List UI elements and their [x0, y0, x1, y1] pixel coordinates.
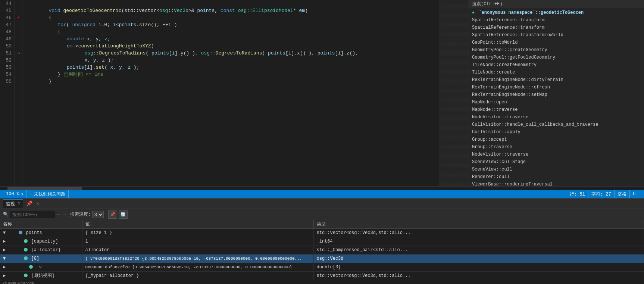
table-row-capacity[interactable]: ▶ [capacity] 1 _int64	[0, 237, 644, 246]
call-stack-item-20[interactable]: SceneView::cullStage	[469, 157, 644, 165]
line-num-47: 47	[1, 21, 12, 28]
lf-info: LF	[630, 190, 641, 198]
call-stack-item-21[interactable]: SceneView::cull	[469, 165, 644, 172]
call-stack-item-5[interactable]: GeometryPool::createGeometry	[469, 46, 644, 53]
monitor-pin-icon[interactable]: 📌	[26, 200, 32, 207]
monitor-tab-label: 监视 1	[6, 202, 20, 207]
space-info: 空格	[615, 190, 630, 198]
row-allocator-value: allocator	[82, 246, 313, 254]
gutter-48	[15, 28, 22, 35]
monitor-close-icon[interactable]: ✕	[36, 201, 39, 206]
next-result-icon[interactable]: →	[63, 212, 66, 218]
callstack-label-5: GeometryPool::createGeometry	[472, 47, 547, 53]
call-stack-item-0[interactable]: ● `anonymous namespace`::geodeticToGeoce…	[469, 8, 644, 16]
callstack-label-10: RexTerrainEngineNode::refresh	[472, 85, 550, 90]
scrollbar-thumb[interactable]	[7, 187, 82, 190]
call-stack-item-4[interactable]: GeoPoint::toWorld	[469, 38, 644, 46]
expand-icon-v[interactable]: ▶	[3, 263, 8, 271]
call-stack-item-14[interactable]: NodeVisitor::traverse	[469, 113, 644, 120]
callstack-label-12: MapNode::open	[472, 100, 507, 105]
call-stack-item-18[interactable]: Group::traverse	[469, 143, 644, 150]
col-header-name: 名称	[0, 220, 82, 228]
call-stack-item-15[interactable]: CullVisitor::handle_cull_callbacks_and_t…	[469, 120, 644, 128]
right-panel-title: 搜索(Ctrl+E)	[472, 1, 503, 7]
label-v: _v	[37, 265, 42, 270]
add-watch-label[interactable]: 添加要监视的项	[0, 280, 644, 284]
table-row-v[interactable]: ▶ _v 0x000001d8f3822f20 {3.9054825307866…	[0, 263, 644, 271]
label-0: [0]	[31, 256, 40, 261]
call-stack-item-13[interactable]: MapNode::traverse	[469, 105, 644, 113]
monitor-search-input[interactable]	[10, 211, 55, 218]
expand-icon-raw[interactable]: ▶	[3, 272, 8, 280]
callstack-label-23: ViewerBase::renderingTraversal	[472, 182, 553, 186]
prev-result-icon[interactable]: ←	[57, 212, 60, 218]
call-stack-list[interactable]: ● `anonymous namespace`::geodeticToGeoce…	[469, 8, 644, 186]
call-stack-item-2[interactable]: SpatialReference::transform	[469, 23, 644, 31]
monitor-header: 监视 1 📌 ✕	[0, 199, 644, 209]
search-icon: 🔍	[3, 212, 9, 217]
callstack-label-13: MapNode::traverse	[472, 107, 518, 112]
add-watch-text: 添加要监视的项	[3, 282, 34, 284]
gutter-46-bp[interactable]: ●	[15, 14, 22, 21]
icon-0	[24, 256, 28, 260]
label-capacity: [capacity]	[31, 239, 58, 244]
expand-icon-points[interactable]: ▼	[3, 229, 8, 237]
code-editor[interactable]: void geodeticToGeocentric(std::vector<os…	[22, 0, 439, 186]
callstack-label-2: SpatialReference::transform	[472, 25, 544, 30]
refresh-icon: 🔄	[121, 212, 126, 217]
call-stack-item-9[interactable]: RexTerrainEngineNode::dirtyTerrain	[469, 75, 644, 83]
call-stack-item-7[interactable]: TileNode::createGeometry	[469, 60, 644, 68]
check-icon: ✓	[30, 191, 32, 197]
callstack-label-22: Renderer::cull	[472, 174, 510, 180]
expand-icon-0[interactable]: ▼	[3, 255, 8, 262]
call-stack-item-22[interactable]: Renderer::cull	[469, 172, 644, 180]
call-stack-item-23[interactable]: ViewerBase::renderingTraversal	[469, 180, 644, 186]
search-depth-select[interactable]: 3 1 2 4 5	[92, 211, 104, 218]
row-points-value: { size=1 }	[82, 228, 313, 237]
horizontal-scrollbar[interactable]	[0, 186, 644, 190]
col-header-value: 值	[82, 220, 313, 228]
call-stack-item-8[interactable]: TileNode::create	[469, 68, 644, 75]
row-points-name: ▼ points	[0, 228, 82, 237]
row-raw-value: {_Mypair=allocator }	[82, 271, 313, 280]
icon-capacity	[24, 239, 28, 243]
table-row-raw[interactable]: ▶ [原始视图] {_Mypair=allocator } std::vecto…	[0, 271, 644, 280]
expand-icon-capacity[interactable]: ▶	[3, 238, 8, 245]
line-num-52: 52	[1, 57, 12, 64]
gutter-50	[15, 43, 22, 50]
code-line-44: void geodeticToGeocentric(std::vector<os…	[25, 0, 439, 7]
call-stack-item-3[interactable]: SpatialReference::transformToWorld	[469, 31, 644, 38]
table-row-allocator[interactable]: ▶ [allocator] allocator std::_Compressed…	[0, 246, 644, 254]
call-stack-item-1[interactable]: SpatialReference::transform	[469, 16, 644, 23]
table-row-add-watch[interactable]: 添加要监视的项	[0, 280, 644, 284]
gutter-53	[15, 64, 22, 71]
no-problems-text: 未找到相关问题	[34, 191, 65, 197]
table-row-0[interactable]: ▼ [0] {_v=0x000001d8f3822f20 {3.90548253…	[0, 254, 644, 263]
call-stack-item-17[interactable]: Group::accept	[469, 135, 644, 143]
call-stack-item-19[interactable]: NodeVisitor::traverse	[469, 150, 644, 157]
minimap	[439, 0, 469, 186]
gutter-52	[15, 57, 22, 64]
callstack-label-0: `anonymous namespace`::geodeticToGeocen	[479, 10, 584, 15]
call-stack-item-12[interactable]: MapNode::open	[469, 98, 644, 105]
col-value: 字符: 27	[591, 191, 611, 197]
call-stack-item-16[interactable]: CullVisitor::apply	[469, 128, 644, 135]
toolbar-btn-1[interactable]: 📌	[108, 210, 117, 219]
monitor-table: 名称 值 类型 ▼ points { size=1 }	[0, 220, 644, 284]
callstack-label-14: NodeVisitor::traverse	[472, 115, 528, 120]
call-stack-item-6[interactable]: GeometryPool::getPooledGeometry	[469, 53, 644, 60]
table-row-points[interactable]: ▼ points { size=1 } std::vector<osg::Vec…	[0, 228, 644, 237]
call-stack-item-10[interactable]: RexTerrainEngineNode::refresh	[469, 83, 644, 90]
toolbar-btn-2[interactable]: 🔄	[119, 210, 128, 219]
status-bar: 100 % ▾ ✓ 未找到相关问题 行: 51 字符: 27 空格 LF	[0, 190, 644, 198]
monitor-tab-1[interactable]: 监视 1	[3, 199, 23, 208]
main-container: 44 45 46 47 48 49 50 51 52 53 54 55 ● →	[0, 0, 644, 284]
row-points-type: std::vector<osg::Vec3d,std::allo...	[313, 228, 644, 237]
callstack-label-6: GeometryPool::getPooledGeometry	[472, 55, 555, 60]
right-panel: 搜索(Ctrl+E) ● `anonymous namespace`::geod…	[469, 0, 644, 186]
expand-icon-allocator[interactable]: ▶	[3, 246, 8, 254]
zoom-dropdown-icon[interactable]: ▾	[21, 191, 24, 197]
call-stack-item-11[interactable]: RexTerrainEngineNode::setMap	[469, 90, 644, 98]
watch-table: 名称 值 类型 ▼ points { size=1 }	[0, 220, 644, 284]
no-problems-indicator: ✓ 未找到相关问题	[27, 190, 69, 198]
